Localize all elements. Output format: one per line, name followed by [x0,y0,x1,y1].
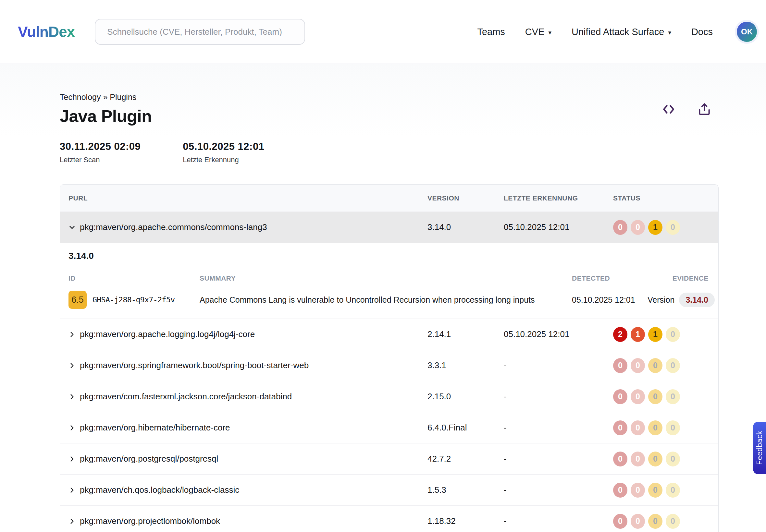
purl-text: pkg:maven/org.hibernate/hibernate-core [80,423,230,433]
version-cell: 3.14.0 [428,222,504,232]
purl-text: pkg:maven/org.springframework.boot/sprin… [80,360,309,370]
status-badge: 0 [631,420,645,435]
chevron-right-icon[interactable] [68,424,76,431]
evidence-label: Version [648,295,675,305]
purl-text: pkg:maven/org.apache.logging.log4j/log4j… [80,329,255,339]
stat-value: 30.11.2025 02:09 [60,141,140,152]
detail-column-evidence: EVIDENCE [648,274,709,282]
nav-item-cve[interactable]: CVE ▾ [525,27,552,37]
detail-header-row: ID SUMMARY DETECTED EVIDENCE [60,267,718,285]
status-badge: 0 [648,483,663,498]
nav-item-unified-attack-surface[interactable]: Unified Attack Surface ▾ [572,27,671,37]
detected-cell: - [504,485,613,495]
table-row[interactable]: pkg:maven/org.springframework.boot/sprin… [60,350,718,381]
breadcrumb-separator: » [103,92,107,102]
evidence-version-pill: 3.14.0 [679,293,715,307]
nav-item-docs[interactable]: Docs [691,27,713,37]
vulnerability-summary: Apache Commons Lang is vulnerable to Unc… [200,295,572,305]
stat-value: 05.10.2025 12:01 [183,141,264,152]
main-nav: Teams CVE ▾ Unified Attack Surface ▾ Doc… [477,22,757,42]
status-badge: 0 [631,220,645,235]
status-badge: 0 [666,389,680,404]
nav-item-teams[interactable]: Teams [477,27,505,37]
chevron-right-icon[interactable] [68,455,76,463]
stat-last-scan: 30.11.2025 02:09 Letzter Scan [60,141,140,164]
detected-cell: - [504,360,613,370]
detected-cell: - [504,423,613,433]
status-badges: 0 0 1 0 [613,220,718,235]
search-input[interactable] [95,19,305,45]
status-badge: 0 [666,220,680,235]
user-avatar[interactable]: OK [737,22,757,42]
status-badge: 1 [648,327,663,342]
severity-score-badge: 6.5 [68,291,87,309]
table-row[interactable]: pkg:maven/org.postgresql/postgresql 42.7… [60,443,718,474]
detail-column-summary: SUMMARY [200,274,572,282]
purl-text: pkg:maven/com.fasterxml.jackson.core/jac… [80,392,292,402]
vulndex-logo[interactable]: VulnDex [18,23,75,41]
table-row[interactable]: pkg:maven/ch.qos.logback/logback-classic… [60,474,718,505]
status-badge: 1 [631,327,645,342]
status-badge: 0 [648,389,663,404]
expanded-vulnerability-panel: 3.14.0 ID SUMMARY DETECTED EVIDENCE 6.5 … [60,243,718,319]
status-badge: 0 [631,452,645,466]
page-title: Java Plugin [60,106,719,126]
breadcrumb: Technology » Plugins [60,64,719,102]
status-badge: 0 [648,452,663,466]
status-badge: 0 [666,514,680,529]
status-badge: 0 [613,358,627,373]
chevron-right-icon[interactable] [68,518,76,525]
status-badges: 0 0 0 0 [613,483,718,498]
status-badge: 0 [666,327,680,342]
vulnerability-evidence: Version 3.14.0 [648,293,715,307]
chevron-right-icon[interactable] [68,393,76,400]
table-header-row: PURL VERSION LETZTE ERKENNUNG STATUS [60,185,718,212]
detected-cell: - [504,392,613,402]
version-cell: 3.3.1 [428,360,504,370]
version-cell: 2.15.0 [428,392,504,402]
status-badge: 0 [613,220,627,235]
table-row[interactable]: pkg:maven/org.projectlombok/lombok 1.18.… [60,505,718,532]
status-badges: 2 1 1 0 [613,327,718,342]
chevron-right-icon[interactable] [68,487,76,494]
chevron-right-icon[interactable] [68,331,76,338]
version-cell: 1.18.32 [428,516,504,526]
status-badge: 0 [631,358,645,373]
detail-column-id: ID [68,274,200,282]
status-badge: 0 [613,420,627,435]
status-badges: 0 0 0 0 [613,358,718,373]
status-badge: 0 [666,358,680,373]
page-content: Technology » Plugins Java Plugin 30.11.2… [60,64,719,532]
status-badge: 0 [613,483,627,498]
table-row[interactable]: pkg:maven/com.fasterxml.jackson.core/jac… [60,381,718,412]
packages-table: PURL VERSION LETZTE ERKENNUNG STATUS pkg… [60,184,719,532]
feedback-tab[interactable]: Feedback [753,422,766,474]
chevron-right-icon[interactable] [68,224,76,231]
advisory-id[interactable]: GHSA-j288-q9x7-2f5v [92,296,175,304]
status-badge: 0 [631,514,645,529]
chevron-down-icon: ▾ [668,29,671,36]
purl-text: pkg:maven/ch.qos.logback/logback-classic [80,485,239,495]
purl-text: pkg:maven/org.postgresql/postgresql [80,454,218,464]
code-icon[interactable] [662,102,676,116]
export-icon[interactable] [697,102,711,116]
status-badges: 0 0 0 0 [613,452,718,466]
status-badges: 0 0 0 0 [613,514,718,529]
vulnerability-row[interactable]: 6.5 GHSA-j288-q9x7-2f5v Apache Commons L… [60,285,718,319]
breadcrumb-section[interactable]: Technology [60,92,101,102]
detected-cell: - [504,516,613,526]
version-cell: 2.14.1 [428,329,504,339]
chevron-right-icon[interactable] [68,362,76,369]
page-actions [662,102,711,116]
table-row[interactable]: pkg:maven/org.apache.commons/commons-lan… [60,212,718,243]
status-badge: 0 [648,514,663,529]
detected-cell: 05.10.2025 12:01 [504,329,613,339]
top-navigation-bar: VulnDex Teams CVE ▾ Unified Attack Surfa… [0,0,766,64]
table-row[interactable]: pkg:maven/org.hibernate/hibernate-core 6… [60,412,718,443]
status-badge: 0 [613,389,627,404]
status-badge: 0 [613,514,627,529]
stat-label: Letzte Erkennung [183,156,264,164]
table-row[interactable]: pkg:maven/org.apache.logging.log4j/log4j… [60,319,718,350]
purl-text: pkg:maven/org.projectlombok/lombok [80,516,220,526]
breadcrumb-current[interactable]: Plugins [110,92,136,102]
